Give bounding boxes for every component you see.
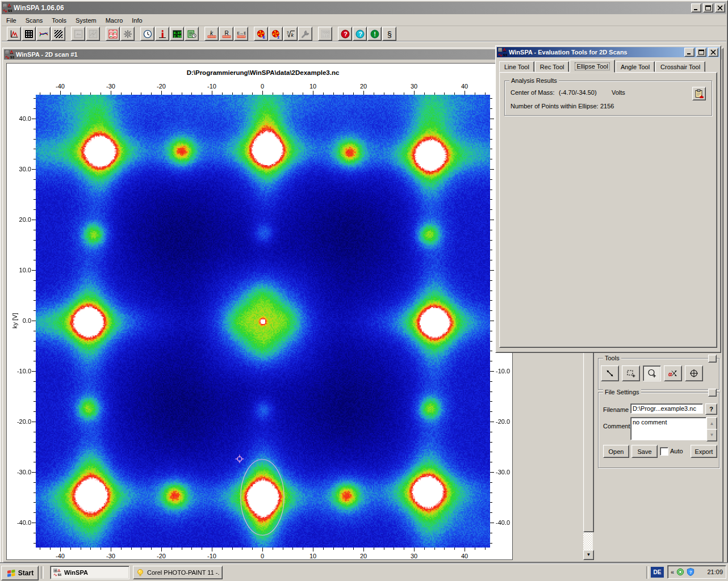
toolbar-energy-scale-button[interactable]: E↔E' xyxy=(234,27,248,41)
tab-rec-tool[interactable]: Rec Tool xyxy=(535,61,570,72)
axis-tick xyxy=(424,548,425,550)
toolbar-help-red-button[interactable]: ? xyxy=(338,27,352,41)
scan-heatmap[interactable] xyxy=(36,95,490,548)
maximize-button[interactable] xyxy=(696,48,706,57)
auto-checkbox[interactable] xyxy=(660,447,668,456)
language-indicator[interactable]: DE xyxy=(651,567,664,578)
tray-security-shield-icon[interactable]: ? xyxy=(687,568,694,576)
task-button-label: WinSPA xyxy=(64,569,88,576)
toolbar-gear-button[interactable] xyxy=(120,27,135,41)
toolbar-quad-chart-button[interactable] xyxy=(106,27,120,41)
toolbar-clock-button[interactable] xyxy=(140,27,154,41)
crosshair-tool-icon xyxy=(689,369,698,378)
start-flag-icon xyxy=(6,569,16,578)
start-button[interactable]: Start xyxy=(1,566,39,580)
axis-tick-label: 20 xyxy=(352,83,375,90)
toolbar-help-blue-button[interactable]: ? xyxy=(353,27,367,41)
toolbar-hatch-pattern-button[interactable] xyxy=(51,27,65,41)
axis-tick xyxy=(32,270,36,271)
axis-tick xyxy=(292,92,293,95)
menu-system[interactable]: System xyxy=(71,15,101,25)
axis-tick xyxy=(182,92,182,95)
dialog-titlebar[interactable]: ss WinSPA - Evaluation Tools for 2D Scan… xyxy=(497,47,719,57)
toolbar-root-k-button[interactable]: 3k xyxy=(283,27,298,41)
axis-tick xyxy=(60,91,61,95)
menu-info[interactable]: Info xyxy=(127,15,147,25)
task-button-corel[interactable]: Corel PHOTO-PAINT 11 -... xyxy=(133,566,223,579)
menu-macro[interactable]: Macro xyxy=(101,15,128,25)
collapse-button[interactable] xyxy=(708,389,717,397)
angle-tool-button[interactable]: α xyxy=(664,365,682,381)
toolbar-k-scale-button[interactable]: k xyxy=(204,27,219,41)
tray-chevron-button[interactable]: « xyxy=(671,569,674,575)
filename-input[interactable]: D:\Progr...example3.nc xyxy=(630,403,703,414)
comment-scroll-up-button[interactable]: ▲ xyxy=(706,417,717,430)
comment-input[interactable]: no comment xyxy=(630,417,706,440)
toolbar-curves-button[interactable] xyxy=(36,27,51,41)
axis-tick-label: 0 xyxy=(251,83,274,90)
tab-ellipse-tool[interactable]: Ellipse Tool xyxy=(570,60,614,73)
tab-crosshair-tool[interactable]: Crosshair Tool xyxy=(655,61,705,72)
line-tool-button[interactable] xyxy=(601,365,619,381)
axis-tick xyxy=(490,260,492,260)
minimize-button[interactable] xyxy=(691,3,701,12)
tray-divider xyxy=(646,566,649,579)
crosshair-tool-button[interactable] xyxy=(685,365,703,381)
axis-tick xyxy=(34,361,36,361)
axis-tick xyxy=(490,351,492,351)
toolbar-counter-display-button[interactable]: 8.372.56 xyxy=(170,27,184,41)
rect-tool-button[interactable] xyxy=(622,365,640,381)
tab-angle-tool[interactable]: Angle Tool xyxy=(616,61,655,72)
scroll-down-button[interactable]: ▼ xyxy=(583,550,594,560)
axis-tick xyxy=(434,548,435,550)
tab-line-tool[interactable]: Line Tool xyxy=(499,61,534,72)
dialog-title: WinSPA - Evaluation Tools for 2D Scans xyxy=(509,49,683,56)
points-in-ellipse-value: 2156 xyxy=(600,103,614,110)
comment-scroll-down-button[interactable]: ▼ xyxy=(706,429,717,441)
toolbar-paragraph-button[interactable]: § xyxy=(382,27,396,41)
task-button-winspa[interactable]: ssWinSPA xyxy=(50,566,129,579)
maximize-button[interactable] xyxy=(703,3,713,12)
export-button[interactable]: Export xyxy=(691,445,717,458)
axis-tick xyxy=(101,92,101,95)
close-button[interactable] xyxy=(715,3,725,12)
toolbar-color-wheel-e-button[interactable]: E xyxy=(254,27,268,41)
toolbar-warning-green-button[interactable]: ! xyxy=(367,27,382,41)
axis-tick xyxy=(141,92,141,95)
axis-tick-label: -40 xyxy=(49,83,72,90)
toolbar-import-data-button[interactable] xyxy=(185,27,199,41)
main-titlebar[interactable]: ss WinSPA 1.06.06 xyxy=(2,2,726,14)
axis-tick xyxy=(490,199,492,200)
axis-tick xyxy=(222,548,223,550)
close-button[interactable] xyxy=(708,48,718,57)
menu-scans[interactable]: Scans xyxy=(21,15,48,25)
quad-chart-icon xyxy=(108,30,118,39)
axis-tick-label: 40 xyxy=(453,553,476,559)
axis-tick xyxy=(111,91,111,95)
tray-clock[interactable]: 21:09 xyxy=(707,569,723,575)
menu-tools[interactable]: Tools xyxy=(47,15,71,25)
axis-tick-label: -40.0 xyxy=(9,519,31,526)
toolbar-histogram-button[interactable] xyxy=(155,27,169,41)
toolbar-color-wheel-z-button[interactable]: z xyxy=(269,27,283,41)
collapse-button[interactable] xyxy=(708,355,717,363)
svg-text:ss: ss xyxy=(58,572,61,576)
menu-file[interactable]: File xyxy=(2,15,21,25)
tab-strip: Line ToolRec ToolEllipse ToolAngle ToolC… xyxy=(499,61,717,73)
toolbar-scan-grid-button[interactable] xyxy=(22,27,36,41)
tray-scanner-icon[interactable] xyxy=(676,568,684,576)
axis-tick xyxy=(490,280,492,281)
open-button[interactable]: Open xyxy=(603,445,629,458)
ellipse-tool-button[interactable] xyxy=(643,365,661,381)
todo-list-icon: TODO1.2.3 xyxy=(321,30,330,39)
axis-tick xyxy=(490,502,492,503)
evaluation-tools-dialog: ss WinSPA - Evaluation Tools for 2D Scan… xyxy=(495,45,721,353)
toolbar-wrench-button[interactable] xyxy=(298,27,312,41)
toolbar-spectrum-button[interactable] xyxy=(7,27,21,41)
filename-help-button[interactable]: ? xyxy=(705,403,717,415)
save-button[interactable]: Save xyxy=(631,445,658,458)
axis-tick xyxy=(454,92,455,95)
minimize-button[interactable] xyxy=(684,48,694,57)
toolbar-r-scale-button[interactable]: R xyxy=(219,27,233,41)
copy-to-clipboard-button[interactable] xyxy=(692,87,706,100)
